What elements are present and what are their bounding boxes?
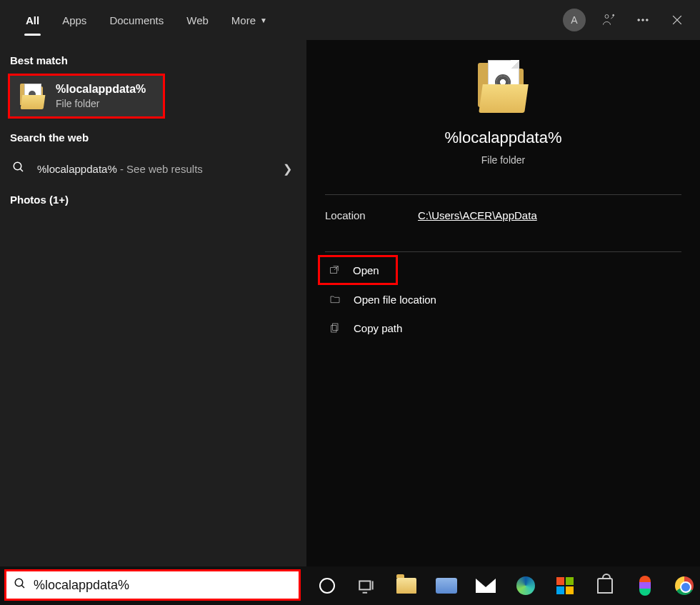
search-web-heading: Search the web <box>0 124 306 151</box>
preview-actions: Open Open file location Copy path <box>306 255 700 342</box>
chevron-right-icon: ❯ <box>283 162 296 176</box>
location-row: Location C:\Users\ACER\AppData <box>306 195 700 236</box>
feedback-icon[interactable] <box>593 4 624 36</box>
folder-icon <box>475 59 532 116</box>
tab-web[interactable]: Web <box>175 0 220 40</box>
tab-more-label: More <box>231 14 256 26</box>
taskbar-store-bag[interactable] <box>589 569 621 603</box>
copy-path-label: Copy path <box>354 322 402 334</box>
search-icon <box>10 161 27 176</box>
search-input[interactable] <box>34 578 291 593</box>
best-match-subtitle: File folder <box>56 98 146 109</box>
best-match-title: %localappdata% <box>56 83 146 96</box>
search-icon <box>14 577 26 593</box>
avatar-initial: A <box>563 9 586 31</box>
web-result-row[interactable]: %localappdata% - See web results ❯ <box>0 151 306 186</box>
location-label: Location <box>325 209 418 221</box>
windows-search-panel: All Apps Documents Web More ▼ A Best mat… <box>0 0 700 566</box>
tab-all[interactable]: All <box>14 0 51 40</box>
results-list: Best match %localappdata% File folder Se… <box>0 40 306 566</box>
svg-point-0 <box>605 15 609 19</box>
svg-point-3 <box>642 19 644 21</box>
web-suffix: - See web results <box>117 163 203 175</box>
folder-location-icon <box>328 292 342 306</box>
divider <box>325 251 681 252</box>
open-icon <box>327 263 341 277</box>
tab-documents[interactable]: Documents <box>98 0 175 40</box>
taskbar-file-explorer[interactable] <box>391 569 422 603</box>
preview-title: %localappdata% <box>445 129 562 147</box>
copy-icon <box>328 321 342 335</box>
svg-point-2 <box>638 19 640 21</box>
tab-apps[interactable]: Apps <box>51 0 98 40</box>
preview-pane: %localappdata% File folder Location C:\U… <box>306 40 700 566</box>
svg-rect-8 <box>331 326 336 332</box>
svg-rect-7 <box>333 324 338 330</box>
taskbar-chrome[interactable] <box>669 569 700 603</box>
taskbar-on-screen-keyboard[interactable] <box>431 569 462 603</box>
taskbar-cortana[interactable] <box>311 569 343 603</box>
svg-rect-9 <box>360 581 371 590</box>
taskbar-figma[interactable] <box>629 569 661 603</box>
folder-icon <box>20 84 46 109</box>
more-options-icon[interactable] <box>627 4 659 36</box>
copy-path-action[interactable]: Copy path <box>325 314 681 342</box>
tab-more[interactable]: More ▼ <box>220 0 279 40</box>
search-box[interactable] <box>4 569 301 601</box>
taskbar-task-view[interactable] <box>351 569 383 603</box>
photos-heading[interactable]: Photos (1+) <box>0 186 306 213</box>
close-button[interactable] <box>661 4 693 36</box>
category-tabs: All Apps Documents Web More ▼ A <box>0 0 700 40</box>
best-match-heading: Best match <box>0 47 306 74</box>
taskbar-microsoft-store[interactable] <box>550 569 581 603</box>
open-label: Open <box>353 264 379 276</box>
user-avatar[interactable]: A <box>559 4 590 36</box>
svg-point-1 <box>613 14 614 16</box>
svg-point-4 <box>646 19 649 21</box>
title-bar-controls: A <box>559 0 700 40</box>
open-file-location-action[interactable]: Open file location <box>325 285 681 314</box>
svg-point-10 <box>15 579 23 586</box>
svg-point-5 <box>14 162 21 170</box>
preview-subtitle: File folder <box>481 154 525 166</box>
taskbar-mail[interactable] <box>470 569 501 603</box>
chevron-down-icon: ▼ <box>260 16 267 24</box>
location-path[interactable]: C:\Users\ACER\AppData <box>418 209 537 221</box>
web-query: %localappdata% <box>37 163 117 175</box>
taskbar-edge[interactable] <box>510 569 541 603</box>
open-action[interactable]: Open <box>318 255 398 285</box>
open-file-location-label: Open file location <box>354 294 436 306</box>
results-area: Best match %localappdata% File folder Se… <box>0 40 700 566</box>
web-result-text: %localappdata% - See web results <box>37 163 273 175</box>
best-match-result[interactable]: %localappdata% File folder <box>8 74 165 119</box>
